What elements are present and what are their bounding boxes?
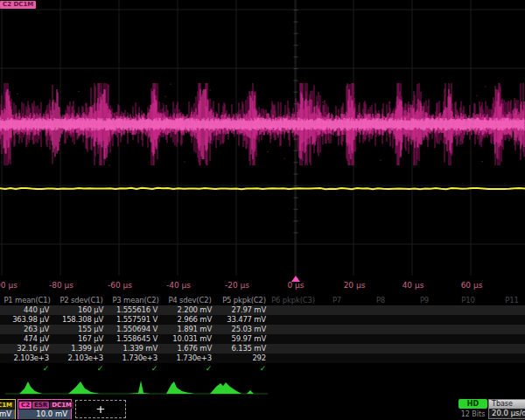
measurement-value: 2.103e+3 <box>0 354 54 363</box>
measurement-value: 167 µV <box>54 334 108 344</box>
measurement-value: 1.557591 V <box>108 315 163 325</box>
param-header-inactive[interactable]: P6 pkpk(C3) <box>271 295 315 305</box>
status-check-icon: ✓ <box>54 363 108 374</box>
measurement-value: 27.97 mV <box>217 305 271 315</box>
descriptor-bar: DC1M 0 mV C2 ESR DC1M 10.0 mV + HD 12 Bi… <box>0 398 525 420</box>
hd-mode-badge: HD <box>458 399 487 409</box>
hd-bits-label: 12 Bits <box>453 410 493 418</box>
param-header[interactable]: P2 sdev(C1) <box>54 295 108 305</box>
timebase-value: 20.0 µs/div <box>489 409 525 418</box>
param-header[interactable]: P1 mean(C1) <box>0 295 54 305</box>
measurement-header-row: P1 mean(C1)P2 sdev(C1)P3 mean(C2)P4 sdev… <box>0 295 525 305</box>
measurement-value: 1.730e+3 <box>108 354 163 363</box>
measurement-row: 440 µV160 µV1.555616 V2.200 mV27.97 mV <box>0 305 525 315</box>
measurement-value: 59.97 mV <box>217 334 271 344</box>
measurement-value: 1.399 µV <box>54 344 108 354</box>
measurement-row: 32.16 µV1.399 µV1.339 mV1.676 mV6.135 mV <box>0 344 525 354</box>
measurement-value: 6.135 mV <box>217 344 271 354</box>
axis-label: -40 µs <box>166 281 191 290</box>
axis-label: -80 µs <box>49 281 74 290</box>
measurement-value: 1.730e+3 <box>163 354 217 363</box>
measurement-value: 10.031 mV <box>163 334 217 344</box>
waveform-grid <box>0 0 525 276</box>
measurement-value: 2.103e+3 <box>54 354 108 363</box>
measurement-value: 440 µV <box>0 305 54 315</box>
measurement-row: 263 µV155 µV1.550694 V1.891 mV25.03 mV <box>0 325 525 334</box>
histicon-p5[interactable] <box>210 382 242 394</box>
c2-scale-value: 10.0 mV <box>18 410 71 419</box>
measurement-value: 1.676 mV <box>163 344 217 354</box>
measurement-value: 363.98 µV <box>0 315 54 325</box>
histicon-p3[interactable] <box>128 381 150 394</box>
c2-name-chip: C2 <box>19 402 32 409</box>
measurement-status-row: ✓✓✓✓✓ <box>0 363 525 374</box>
measurement-row: 474 µV167 µV1.558645 V10.031 mV59.97 mV <box>0 334 525 344</box>
measurement-value: 292 <box>217 354 271 363</box>
measurement-table: P1 mean(C1)P2 sdev(C1)P3 mean(C2)P4 sdev… <box>0 295 525 374</box>
status-check-icon: ✓ <box>108 363 163 374</box>
time-axis: -100 µs-80 µs-60 µs-40 µs-20 µs0 µs20 µs… <box>0 276 525 294</box>
measurement-value: 32.16 µV <box>0 344 54 354</box>
measurement-value: 263 µV <box>0 325 54 334</box>
histicon-strip <box>0 378 525 397</box>
param-header-inactive[interactable]: P7 <box>315 295 359 305</box>
axis-label: 40 µs <box>402 281 424 290</box>
measurement-value: 1.550694 V <box>108 325 163 334</box>
axis-label: -60 µs <box>108 281 132 290</box>
oscilloscope-screen: C2 DC1M -100 µs-80 µs-60 µs-40 µs-20 µs0… <box>0 0 525 420</box>
measurement-row: 363.98 µV158.308 µV1.557591 V2.966 mV33.… <box>0 315 525 325</box>
axis-label: -100 µs <box>0 281 18 290</box>
param-header-inactive[interactable]: P9 <box>402 295 446 305</box>
c1-coupling-chip: DC1M <box>0 402 14 409</box>
measurement-value: 2.966 mV <box>163 315 217 325</box>
histicon-p4[interactable] <box>166 382 194 394</box>
param-header-inactive[interactable]: P11 <box>490 295 525 305</box>
measurement-value: 2.200 mV <box>163 305 217 315</box>
channel-c1-box[interactable]: DC1M 0 mV <box>0 399 16 419</box>
measurement-value: 25.03 mV <box>217 325 271 334</box>
measurement-value: 155 µV <box>54 325 108 334</box>
axis-label: 60 µs <box>461 281 483 290</box>
measurement-value: 160 µV <box>54 305 108 315</box>
param-header[interactable]: P4 sdev(C2) <box>163 295 217 305</box>
axis-label: 20 µs <box>344 281 366 290</box>
measurement-value: 1.339 mV <box>108 344 163 354</box>
param-header[interactable]: P5 pkpk(C2) <box>217 295 271 305</box>
param-header-inactive[interactable]: P8 <box>359 295 402 305</box>
param-header-inactive[interactable]: P10 <box>446 295 490 305</box>
param-header[interactable]: P3 mean(C2) <box>108 295 163 305</box>
histicon-p5-tail <box>247 390 254 394</box>
axis-label: 0 µs <box>287 281 304 290</box>
measurement-value: 33.477 mV <box>217 315 271 325</box>
status-check-icon: ✓ <box>0 363 54 374</box>
measurement-value: 1.558645 V <box>108 334 163 344</box>
measurement-value: 1.891 mV <box>163 325 217 334</box>
c2-coupling-chip: DC1M <box>50 402 74 409</box>
measurement-value: 1.555616 V <box>108 305 163 315</box>
status-check-icon: ✓ <box>163 363 217 374</box>
status-check-icon: ✓ <box>217 363 271 374</box>
measurement-row: 2.103e+32.103e+31.730e+31.730e+3292 <box>0 354 525 363</box>
trace-label-badge[interactable]: C2 DC1M <box>0 1 36 9</box>
c2-esr-chip: ESR <box>32 402 49 409</box>
add-channel-button[interactable]: + <box>75 400 126 418</box>
c1-scale-value: 0 mV <box>0 410 15 419</box>
axis-label: -20 µs <box>225 281 249 290</box>
timebase-title: Tbase <box>489 400 525 409</box>
channel-c2-box[interactable]: C2 ESR DC1M 10.0 mV <box>18 399 72 419</box>
histicon-p2[interactable] <box>68 382 100 394</box>
measurement-value: 158.308 µV <box>54 315 108 325</box>
timebase-box[interactable]: Tbase 20.0 µs/div <box>488 399 525 419</box>
c1-trace <box>0 188 525 189</box>
measurement-value: 474 µV <box>0 334 54 344</box>
histicon-p1[interactable] <box>19 382 42 394</box>
